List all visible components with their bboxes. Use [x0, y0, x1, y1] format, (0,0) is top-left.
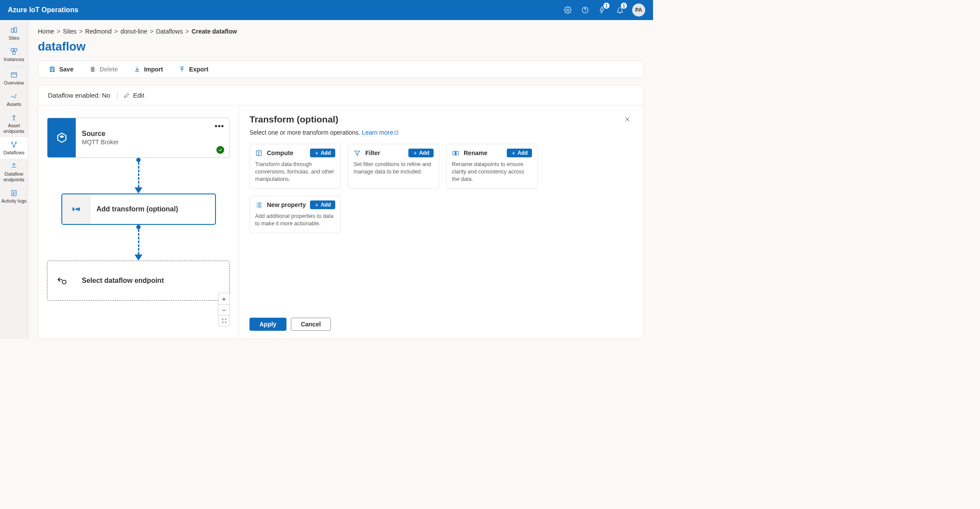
sidebar-item-label: Overview — [4, 80, 24, 86]
svg-point-10 — [15, 142, 17, 143]
endpoint-icon — [47, 261, 76, 300]
source-node-subtitle: MQTT Broker — [82, 139, 223, 146]
zoom-controls: + − — [218, 293, 230, 326]
export-button[interactable]: Export — [178, 66, 208, 73]
sidebar-item-instances[interactable]: Instances — [0, 44, 28, 65]
close-icon[interactable] — [622, 114, 633, 125]
status-bar: Dataflow enabled: No Edit — [38, 85, 643, 105]
svg-point-18 — [62, 280, 66, 284]
svg-rect-3 — [14, 27, 17, 32]
avatar[interactable]: PA — [632, 3, 645, 17]
connector-arrow — [47, 158, 230, 193]
learn-more-link[interactable]: Learn more — [362, 129, 399, 136]
svg-rect-16 — [73, 207, 74, 210]
page-title: dataflow — [38, 40, 643, 54]
svg-rect-4 — [11, 48, 13, 51]
svg-point-11 — [13, 146, 15, 147]
sidebar-item-dataflows[interactable]: Dataflows — [0, 137, 28, 159]
status-value: No — [102, 92, 110, 99]
sidebar-item-sites[interactable]: Sites — [0, 23, 28, 44]
sidebar-item-label: Dataflows — [3, 150, 24, 156]
svg-rect-6 — [13, 52, 15, 54]
compute-icon — [255, 149, 263, 157]
node-menu-icon[interactable]: ••• — [215, 122, 224, 131]
svg-rect-5 — [14, 48, 17, 51]
notifications-badge: 1 — [621, 3, 627, 9]
import-button[interactable]: Import — [134, 66, 163, 73]
sidebar-item-asset-endpoints[interactable]: Asset endpoints — [0, 110, 28, 137]
sidebar-item-overview[interactable]: Overview — [0, 68, 28, 89]
sidebar-item-label: Assets — [7, 102, 21, 107]
transform-node-title: Add transform (optional) — [97, 205, 209, 213]
zoom-in-button[interactable]: + — [219, 293, 229, 304]
svg-rect-20 — [453, 151, 455, 155]
dataflow-canvas: Source MQTT Broker ••• — [38, 105, 239, 339]
panel-description: Select one or more transform operations.… — [249, 129, 633, 136]
svg-rect-15 — [51, 70, 53, 72]
diagnostics-badge: 1 — [603, 3, 610, 9]
apply-button[interactable]: Apply — [249, 318, 286, 331]
edit-button[interactable]: Edit — [117, 92, 144, 99]
app-header: Azure IoT Operations 1 1 PA — [0, 0, 653, 20]
cancel-button[interactable]: Cancel — [291, 318, 331, 331]
destination-node-title: Select dataflow endpoint — [82, 277, 223, 285]
rename-icon — [452, 149, 459, 157]
notifications-icon[interactable]: 1 — [611, 0, 629, 20]
sidebar-item-assets[interactable]: Assets — [0, 89, 28, 110]
app-title: Azure IoT Operations — [8, 6, 78, 14]
transform-node[interactable]: Add transform (optional) — [61, 193, 216, 225]
panel-title: Transform (optional) — [249, 114, 338, 125]
transform-icon — [62, 194, 91, 224]
add-rename-button[interactable]: Add — [507, 149, 532, 157]
source-node[interactable]: Source MQTT Broker ••• — [47, 118, 230, 158]
save-button[interactable]: Save — [49, 66, 74, 73]
check-icon — [216, 146, 224, 154]
zoom-fit-button[interactable] — [219, 315, 229, 326]
sidebar-item-label: Sites — [9, 35, 19, 41]
zoom-out-button[interactable]: − — [219, 304, 229, 315]
help-icon[interactable] — [576, 0, 594, 20]
svg-rect-21 — [456, 151, 458, 155]
sidebar-item-label: Asset endpoints — [1, 123, 27, 134]
breadcrumb-link[interactable]: Home — [38, 28, 54, 35]
breadcrumb-link[interactable]: Dataflows — [156, 28, 182, 35]
transform-panel: Transform (optional) Select one or more … — [239, 105, 643, 339]
source-node-title: Source — [82, 130, 223, 138]
svg-rect-17 — [78, 207, 80, 210]
sidebar: Sites Instances Overview Assets Asset en… — [0, 20, 28, 339]
svg-rect-7 — [11, 73, 17, 78]
breadcrumb: Home> Sites> Redmond> donut-line> Datafl… — [38, 28, 643, 35]
breadcrumb-link[interactable]: donut-line — [121, 28, 148, 35]
transform-card-filter: Filter Add Set filter conditions to refi… — [348, 144, 439, 189]
transform-card-new-property: New property Add Add additional properti… — [249, 196, 341, 233]
breadcrumb-current: Create dataflow — [192, 28, 237, 35]
settings-icon[interactable] — [559, 0, 576, 20]
sidebar-item-label: Dataflow endpoints — [1, 171, 27, 183]
transform-card-rename: Rename Add Rename datapoints to ensure c… — [446, 144, 538, 189]
svg-rect-2 — [11, 28, 13, 32]
add-compute-button[interactable]: Add — [310, 149, 335, 157]
sidebar-item-label: Activity logs — [1, 198, 27, 204]
svg-point-9 — [11, 142, 13, 143]
breadcrumb-link[interactable]: Redmond — [85, 28, 112, 35]
filter-icon — [354, 149, 361, 157]
transform-card-compute: Compute Add Transform data through conve… — [249, 144, 341, 189]
list-icon — [255, 201, 263, 209]
svg-point-8 — [13, 115, 15, 118]
sidebar-item-dataflow-endpoints[interactable]: Dataflow endpoints — [0, 159, 28, 186]
sidebar-item-activity-logs[interactable]: Activity logs — [0, 186, 28, 207]
add-filter-button[interactable]: Add — [408, 149, 434, 157]
destination-node[interactable]: Select dataflow endpoint — [47, 261, 230, 301]
connector-arrow — [47, 225, 230, 261]
cube-icon — [47, 118, 76, 157]
breadcrumb-link[interactable]: Sites — [63, 28, 77, 35]
svg-point-12 — [13, 163, 15, 166]
svg-rect-14 — [51, 67, 53, 68]
diagnostics-icon[interactable]: 1 — [594, 0, 611, 20]
add-new-property-button[interactable]: Add — [310, 200, 335, 209]
svg-point-1 — [585, 11, 585, 12]
delete-button: Delete — [89, 66, 118, 73]
sidebar-item-label: Instances — [3, 57, 24, 62]
toolbar: Save Delete Import Export — [38, 61, 643, 78]
